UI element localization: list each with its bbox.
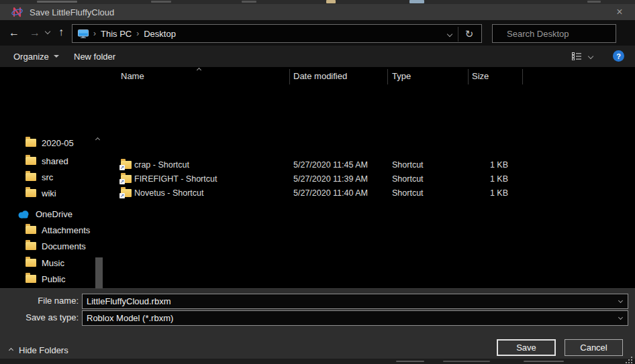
background-text-fragment [396, 361, 424, 362]
this-pc-icon [78, 29, 89, 38]
sidebar-item-music[interactable]: Music [3, 255, 95, 271]
file-size: 1 KB [458, 160, 508, 170]
column-divider[interactable] [387, 69, 388, 84]
folder-icon [26, 242, 36, 250]
column-header-size[interactable]: Size [472, 67, 489, 85]
file-type: Shortcut [392, 188, 424, 198]
onedrive-cloud-icon [17, 210, 30, 219]
column-header-date-modified[interactable]: Date modified [293, 67, 347, 85]
background-icon-fragment [409, 0, 424, 3]
forward-icon[interactable]: → [30, 27, 40, 38]
view-options-chevron-icon[interactable] [588, 54, 593, 59]
background-icon-fragment [326, 0, 336, 3]
recent-locations-chevron-icon[interactable] [45, 29, 50, 34]
refresh-icon[interactable]: ↻ [462, 27, 477, 41]
file-date-modified: 5/27/2020 11:40 AM [293, 188, 368, 198]
save-as-type-value: Roblox Model (*.rbxm) [87, 313, 173, 323]
search-box [492, 24, 616, 43]
shortcut-folder-icon [121, 175, 132, 183]
background-text-fragment [587, 1, 601, 3]
address-bar[interactable]: › This PC › Desktop ↻ [72, 24, 482, 43]
sidebar-item-label: Documents [42, 241, 86, 251]
breadcrumb-separator-icon: › [93, 29, 96, 38]
column-divider[interactable] [289, 69, 290, 84]
background-text-fragment [242, 1, 256, 3]
background-text-fragment [37, 1, 77, 3]
sidebar-item-attachments[interactable]: Attachments [3, 222, 95, 238]
sidebar-item-label: wiki [42, 188, 56, 198]
folder-icon [26, 157, 36, 165]
file-name-input[interactable] [82, 294, 628, 309]
sidebar-item-src[interactable]: src [3, 169, 95, 185]
resize-grip[interactable] [624, 355, 632, 363]
background-text-fragment [151, 1, 171, 3]
file-name: FIREFIGHT - Shortcut [134, 174, 217, 184]
file-name: Novetus - Shortcut [134, 188, 204, 198]
file-date-modified: 5/27/2020 11:45 AM [293, 160, 368, 170]
breadcrumb-this-pc[interactable]: This PC [101, 29, 132, 39]
sidebar-item-label: Attachments [42, 225, 90, 235]
organize-button[interactable]: Organize [13, 46, 59, 67]
file-row-novetus-shortcut[interactable]: Novetus - Shortcut 5/27/2020 11:40 AM Sh… [107, 186, 635, 200]
organize-dropdown-icon [54, 55, 59, 58]
file-row-firefight-shortcut[interactable]: FIREFIGHT - Shortcut 5/27/2020 11:39 AM … [107, 172, 635, 186]
up-icon[interactable]: ↑ [58, 27, 64, 38]
file-name-label: File name: [0, 296, 79, 306]
file-list: Name Date modified Type Size crap - Shor… [107, 67, 635, 288]
column-divider[interactable] [468, 69, 469, 84]
sidebar-item-public[interactable]: Public [3, 271, 95, 287]
file-date-modified: 5/27/2020 11:39 AM [293, 174, 368, 184]
folder-icon [26, 189, 36, 197]
column-divider[interactable] [522, 69, 523, 84]
sidebar-scroll-up-icon[interactable] [95, 137, 100, 142]
column-header-name[interactable]: Name [121, 67, 144, 85]
sidebar-item-label: Music [42, 258, 64, 268]
details-view-icon[interactable] [572, 52, 582, 60]
shortcut-folder-icon [121, 161, 132, 169]
help-icon[interactable]: ? [613, 50, 624, 62]
navigation-bar: ← → ↑ › This PC › Desktop ↻ [0, 20, 635, 46]
organize-label: Organize [13, 52, 49, 62]
back-icon[interactable]: ← [9, 27, 19, 38]
background-text-fragment [524, 361, 564, 362]
close-icon[interactable]: × [609, 4, 630, 20]
new-folder-button[interactable]: New folder [74, 46, 115, 67]
sidebar-item-label: Public [42, 274, 65, 284]
hide-folders-label: Hide Folders [19, 345, 68, 355]
file-type: Shortcut [392, 160, 424, 170]
sidebar-item-label: 2020-05 [42, 138, 74, 148]
sidebar-item-label: src [42, 172, 53, 182]
hide-folders-button[interactable]: Hide Folders [9, 345, 68, 355]
sidebar-item-wiki[interactable]: wiki [3, 185, 95, 201]
sidebar-item-label: shared [42, 156, 68, 166]
file-size: 1 KB [458, 174, 508, 184]
command-toolbar: Organize New folder ? [0, 46, 635, 67]
file-type: Shortcut [392, 174, 424, 184]
sidebar-item-onedrive[interactable]: OneDrive [3, 206, 95, 222]
shortcut-folder-icon [121, 189, 132, 197]
novetus-app-icon [11, 7, 23, 17]
file-size: 1 KB [458, 188, 508, 198]
folder-icon [26, 275, 36, 283]
save-file-dialog: Save LittleFluffyCloud × ← → ↑ › This PC… [0, 0, 635, 364]
breadcrumb-desktop[interactable]: Desktop [144, 29, 176, 39]
sidebar-item-shared[interactable]: shared [3, 153, 95, 169]
folder-icon [26, 226, 36, 234]
folder-icon [26, 173, 36, 181]
collapse-chevron-icon [9, 348, 13, 353]
column-header-type[interactable]: Type [392, 67, 411, 85]
save-options-panel: File name: Save as type: Roblox Model (*… [0, 288, 635, 359]
background-window-bottom-edge [0, 359, 635, 364]
dialog-titlebar: Save LittleFluffyCloud × [0, 4, 635, 20]
search-input[interactable] [505, 28, 626, 40]
save-button[interactable]: Save [497, 339, 556, 356]
folder-icon [26, 139, 36, 147]
navigation-pane: 2020-05 shared src wiki OneDrive Attachm… [0, 67, 107, 288]
sidebar-item-documents-onedrive[interactable]: Documents [3, 238, 95, 254]
address-dropdown-chevron-icon[interactable] [447, 32, 452, 37]
cancel-button[interactable]: Cancel [565, 339, 623, 356]
sidebar-item-2020-05[interactable]: 2020-05 [3, 135, 95, 151]
save-as-type-select[interactable]: Roblox Model (*.rbxm) [82, 310, 628, 326]
file-row-crap-shortcut[interactable]: crap - Shortcut 5/27/2020 11:45 AM Short… [107, 158, 635, 172]
background-text-fragment [443, 361, 490, 362]
